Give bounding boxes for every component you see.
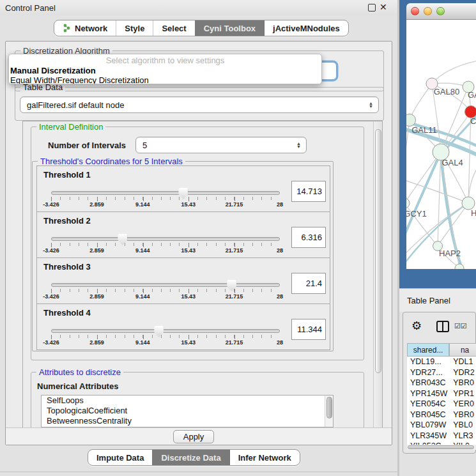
numerical-attributes-label: Numerical Attributes [37, 381, 118, 391]
table-row[interactable]: YDR27...YDR2 [407, 367, 476, 378]
checkbox-filter-icon[interactable]: ☑☑ [454, 322, 467, 330]
slider-major-ticks [51, 289, 280, 293]
table-panel-title: Table Panel [407, 296, 450, 305]
table-row[interactable]: YBR045CYBR0 [407, 410, 476, 420]
scale-tick-label: -3.426 [43, 247, 59, 254]
minimize-traffic-light[interactable] [424, 7, 432, 15]
network-node-gcy1[interactable] [406, 198, 410, 208]
column-header-shared-name[interactable]: shared... [407, 343, 449, 357]
threshold-value-field[interactable]: 21.4 [291, 273, 326, 294]
number-of-intervals-combobox[interactable]: 5 ▲▼ [135, 137, 307, 153]
threshold-panel-4: Threshold 4-3.4262.8599.14415.4321.71528… [36, 303, 330, 350]
network-edge[interactable] [438, 152, 441, 246]
table-row[interactable]: YDL19...YDL1 [407, 357, 476, 367]
scale-tick-label: 9.144 [135, 247, 150, 254]
tab-jactivemnodules[interactable]: jActiveMNodules [264, 20, 348, 36]
cell-shared-name[interactable]: YDL19... [407, 357, 449, 367]
dropdown-option-manual-discretization[interactable]: Manual Discretization [9, 66, 321, 75]
scale-tick-label: 9.144 [135, 339, 150, 346]
settings-scrollbar[interactable] [373, 121, 382, 427]
table-row[interactable]: YBR043CYBR0 [407, 378, 476, 388]
cell-shared-name[interactable]: YBR043C [407, 378, 449, 388]
network-edge[interactable] [406, 180, 468, 203]
scale-tick-label: 21.715 [226, 201, 243, 208]
control-panel-title: Control Panel [5, 3, 56, 13]
attributes-list-scrollbar-thumb[interactable] [326, 397, 332, 418]
algorithm-settings-panel: Interval Definition Number of Intervals … [22, 121, 383, 428]
threshold-panel-2: Threshold 2-3.4262.8599.14415.4321.71528… [36, 211, 330, 258]
cell-name[interactable]: YPR1 [449, 388, 476, 399]
threshold-slider[interactable] [51, 191, 280, 195]
close-icon[interactable]: ✕ [380, 2, 387, 12]
threshold-label: Threshold 1 [43, 170, 91, 180]
tab-impute-data[interactable]: Impute Data [88, 450, 152, 465]
table-horizontal-scrollbar-thumb[interactable] [408, 445, 474, 449]
scale-tick-label: 28 [277, 201, 283, 208]
zoom-traffic-light[interactable] [436, 7, 445, 15]
control-panel-window: Control Panel ✕ Network Style Select Cyn… [0, 0, 397, 476]
cell-name[interactable]: YBR0 [449, 410, 476, 420]
network-edge[interactable] [406, 152, 441, 203]
threshold-slider[interactable] [51, 283, 280, 287]
cell-name[interactable]: YDR2 [449, 367, 476, 378]
network-edge-highlighted[interactable] [406, 152, 441, 240]
network-node-h[interactable] [462, 197, 475, 210]
cell-shared-name[interactable]: YBL079W [407, 420, 449, 431]
cell-name[interactable]: YBR0 [449, 378, 476, 388]
cell-name[interactable]: YBL0 [449, 420, 476, 431]
cell-shared-name[interactable]: YER054C [407, 399, 449, 410]
scale-tick-label: -3.426 [43, 293, 59, 300]
network-canvas[interactable]: GAL80GACGAL11GAL4GCY1HHAP2 [406, 20, 476, 269]
numerical-attributes-list[interactable]: SelfLoopsTopologicalCoefficientBetweenne… [41, 395, 334, 427]
threshold-panel-1: Threshold 1-3.4262.8599.14415.4321.71528… [36, 165, 330, 212]
cell-name[interactable]: YER0 [449, 399, 476, 410]
tab-infer-network[interactable]: Infer Network [229, 450, 300, 465]
threshold-value-field[interactable]: 14.713 [291, 181, 326, 202]
network-edge[interactable] [432, 61, 476, 84]
attributes-list-scrollbar[interactable] [325, 395, 333, 427]
cell-shared-name[interactable]: YLR345W [407, 431, 449, 441]
table-row[interactable]: YPR145WYPR1 [407, 388, 476, 399]
cell-shared-name[interactable]: YPR145W [407, 388, 449, 399]
cell-shared-name[interactable]: YDR27... [407, 367, 449, 378]
network-window-titlebar[interactable] [406, 3, 476, 20]
settings-scrollbar-thumb[interactable] [375, 129, 381, 373]
attribute-list-item[interactable]: TopologicalCoefficient [42, 406, 333, 416]
scale-tick-label: 2.859 [89, 201, 104, 208]
attribute-list-item[interactable]: SelfLoops [42, 395, 333, 406]
tab-select[interactable]: Select [153, 20, 194, 36]
tab-network[interactable]: Network [54, 20, 116, 36]
network-edge[interactable] [410, 84, 432, 120]
tab-cyni-toolbox[interactable]: Cyni Toolbox [195, 20, 264, 36]
threshold-label: Threshold 3 [43, 262, 91, 272]
table-toolbar: ⚙ ☑☑ [403, 312, 475, 343]
network-node[interactable] [455, 264, 464, 269]
column-header-name[interactable]: na [449, 343, 476, 357]
close-traffic-light[interactable] [411, 7, 419, 15]
threshold-value-field[interactable]: 6.316 [291, 227, 326, 248]
column-layout-icon[interactable] [436, 321, 449, 332]
tab-style[interactable]: Style [116, 20, 153, 36]
attribute-list-item[interactable]: BetweennessCentrality [42, 416, 333, 426]
apply-button[interactable]: Apply [173, 430, 214, 443]
table-row[interactable]: YER054CYER0 [407, 399, 476, 410]
table-body[interactable]: YDL19...YDL1YDR27...YDR2YBR043CYBR0YPR14… [407, 357, 476, 445]
scale-tick-label: 2.859 [89, 339, 104, 346]
threshold-value-field[interactable]: 11.344 [291, 319, 326, 340]
cell-name[interactable]: YLR3 [449, 431, 476, 441]
control-panel-titlebar: Control Panel ✕ [0, 0, 397, 15]
table-row[interactable]: YBL079WYBL0 [407, 420, 476, 431]
table-row[interactable]: YLR345WYLR3 [407, 431, 476, 441]
threshold-slider[interactable] [51, 329, 280, 333]
network-node-label: H [471, 208, 476, 218]
gear-icon[interactable]: ⚙ [411, 319, 422, 333]
cell-shared-name[interactable]: YBR045C [407, 410, 449, 420]
network-node-gal11[interactable] [406, 114, 416, 127]
cell-name[interactable]: YDL1 [449, 357, 476, 367]
float-window-icon[interactable] [368, 4, 376, 12]
tab-discretize-data[interactable]: Discretize Data [152, 450, 229, 465]
table-horizontal-scrollbar[interactable] [407, 445, 476, 450]
dropdown-option-equal-width-frequency[interactable]: Equal Width/Frequency Discretization [9, 75, 321, 84]
table-data-combobox[interactable]: galFiltered.sif default node ▲▼ [20, 96, 379, 113]
threshold-slider[interactable] [51, 237, 280, 241]
